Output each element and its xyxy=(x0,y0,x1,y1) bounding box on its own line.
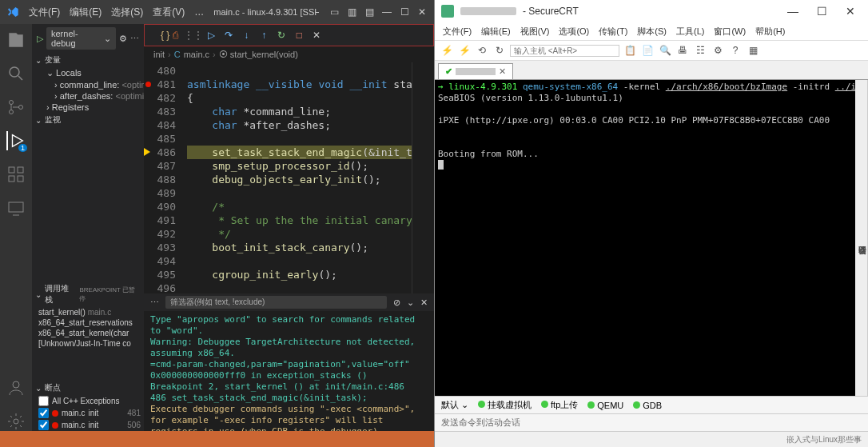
menu-selection[interactable]: 选择(S) xyxy=(111,6,143,19)
connect-icon[interactable]: ⚡ xyxy=(440,43,454,58)
more-icon[interactable]: ⋯ xyxy=(150,297,159,308)
menu-item[interactable]: 窗口(W) xyxy=(711,26,749,38)
disconnect-icon[interactable]: ⟲ xyxy=(475,43,489,58)
debug-icon[interactable] xyxy=(6,131,26,150)
svg-point-3 xyxy=(19,106,23,110)
menu-view[interactable]: 查看(V) xyxy=(153,6,185,19)
svg-point-0 xyxy=(10,67,19,77)
debug-more-icon[interactable]: ⋯ xyxy=(130,34,139,44)
callstack-frame[interactable]: start_kernel() main.c xyxy=(32,307,144,317)
sessions-icon[interactable]: ☷ xyxy=(693,43,707,58)
menu-item[interactable]: 工具(L) xyxy=(673,26,707,38)
variable-item[interactable]: › after_dashes: <optimiz… xyxy=(32,90,144,102)
status-dot-icon xyxy=(633,401,640,409)
restart-icon[interactable]: ↻ xyxy=(274,28,289,42)
clear-console-icon[interactable]: ⊘ xyxy=(393,297,400,308)
bp-checkbox[interactable] xyxy=(38,408,49,418)
maximize-icon[interactable]: ☐ xyxy=(810,5,833,18)
button-bar-item[interactable]: ftp上传 xyxy=(541,399,578,411)
breadcrumb-item[interactable]: init xyxy=(153,50,165,59)
close-icon[interactable]: ✕ xyxy=(416,6,428,18)
help-icon[interactable]: ? xyxy=(728,43,743,58)
debug-config-dropdown[interactable]: kernel-debug ⌄ xyxy=(46,27,116,50)
debug-settings-icon[interactable]: ⚙ xyxy=(119,34,127,44)
minimap[interactable] xyxy=(412,62,434,293)
start-debug-icon[interactable]: ▷ xyxy=(37,34,43,44)
debug-drag-icon[interactable]: ⋮⋮ xyxy=(186,28,201,42)
svg-point-9 xyxy=(13,381,19,388)
breadcrumb[interactable]: init› C main.c› ⦿ start_kernel(void) xyxy=(144,46,434,62)
copy-icon[interactable]: 📋 xyxy=(623,43,637,58)
chevron-down-icon[interactable]: ⌄ xyxy=(407,297,414,308)
menu-file[interactable]: 文件(F) xyxy=(29,6,60,19)
menu-item[interactable]: 脚本(S) xyxy=(634,26,670,38)
explorer-icon[interactable] xyxy=(6,30,26,50)
locals-group[interactable]: ⌄ Locals xyxy=(32,67,144,79)
menu-item[interactable]: 文件(F) xyxy=(440,26,475,38)
code-editor[interactable]: 4804814824834844854864874884894904914924… xyxy=(144,62,434,293)
layout-side-icon[interactable]: ▤ xyxy=(364,6,375,18)
menu-item[interactable]: 选项(O) xyxy=(555,26,592,38)
breakpoints-section[interactable]: ⌄断点 xyxy=(32,381,144,395)
breadcrumb-item[interactable]: main.c xyxy=(184,50,209,59)
breakpoint-item[interactable]: main.c init506 xyxy=(32,419,144,431)
callstack-frame[interactable]: x86_64_start_kernel(char xyxy=(32,328,144,338)
find-icon[interactable]: 🔍 xyxy=(658,43,672,58)
quick-connect-icon[interactable]: ⚡ xyxy=(457,43,472,58)
host-input[interactable] xyxy=(510,45,619,57)
breakpoint-item[interactable]: main.c init481 xyxy=(32,407,144,419)
close-panel-icon[interactable]: ✕ xyxy=(420,297,428,308)
stop-icon[interactable]: □ xyxy=(292,28,306,42)
command-bar[interactable]: 发送命令到活动会话 xyxy=(435,413,868,431)
button-bar-item[interactable]: 挂载虚拟机 xyxy=(478,399,532,411)
menu-more[interactable]: … xyxy=(194,6,204,18)
bp-checkbox[interactable] xyxy=(38,420,49,430)
menu-item[interactable]: 帮助(H) xyxy=(752,26,788,38)
menu-edit[interactable]: 编辑(E) xyxy=(70,6,102,19)
button-bar-item[interactable]: 默认 ⌄ xyxy=(441,399,468,411)
minimize-icon[interactable]: — xyxy=(381,6,392,18)
step-into-icon[interactable]: ↓ xyxy=(239,28,253,42)
minimize-icon[interactable]: — xyxy=(782,5,804,18)
step-over-icon[interactable]: ↷ xyxy=(221,28,236,42)
session-tab[interactable]: ✔ ✕ xyxy=(438,63,513,79)
account-icon[interactable] xyxy=(6,378,26,397)
bp-all-exceptions[interactable]: All C++ Exceptions xyxy=(32,395,144,407)
button-bar-item[interactable]: QEMU xyxy=(587,401,623,410)
continue-icon[interactable]: ▷ xyxy=(204,28,218,42)
extensions-icon[interactable] xyxy=(6,165,26,184)
callstack-frame[interactable]: x86_64_start_reservations xyxy=(32,317,144,328)
registers-group[interactable]: › Registers xyxy=(32,102,144,113)
layout-panel-icon[interactable]: ▥ xyxy=(346,6,357,18)
tile-icon[interactable]: ▦ xyxy=(746,43,760,58)
debug-console[interactable]: Type "apropos word" to search for comman… xyxy=(144,311,434,431)
menu-item[interactable]: 传输(T) xyxy=(595,26,631,38)
console-filter-input[interactable]: 筛选器(例如 text, !exclude) xyxy=(165,296,387,309)
paste-icon[interactable]: 📄 xyxy=(640,43,655,58)
close-tab-icon[interactable]: ✕ xyxy=(499,66,506,77)
step-out-icon[interactable]: ↑ xyxy=(257,28,271,42)
source-control-icon[interactable] xyxy=(6,98,26,117)
menu-item[interactable]: 编辑(E) xyxy=(478,26,514,38)
bp-checkbox[interactable] xyxy=(38,396,49,406)
maximize-icon[interactable]: ☐ xyxy=(399,6,410,18)
settings-gear-icon[interactable] xyxy=(6,412,26,431)
variable-item[interactable]: › command_line: <optimiz… xyxy=(32,79,144,90)
callstack-frame[interactable]: [Unknown/Just-In-Time co xyxy=(32,338,144,349)
callstack-section[interactable]: ⌄调用堆栈 BREAKPOINT 已暂停 xyxy=(32,281,144,307)
terminal[interactable]: → linux-4.9.301 qemu-system-x86_64 -kern… xyxy=(435,80,855,396)
layout-toggle-icon[interactable]: ▭ xyxy=(328,6,340,18)
variables-section[interactable]: ⌄变量 xyxy=(32,53,144,67)
breadcrumb-item[interactable]: ⦿ start_kernel(void) xyxy=(219,50,298,59)
search-icon[interactable] xyxy=(6,64,26,83)
close-debug-icon[interactable]: ✕ xyxy=(309,28,324,42)
session-manager-label[interactable]: 会话管理器 xyxy=(855,80,868,396)
print-icon[interactable]: 🖶 xyxy=(675,43,690,58)
options-icon[interactable]: ⚙ xyxy=(711,43,725,58)
close-icon[interactable]: ✕ xyxy=(839,5,862,18)
button-bar-item[interactable]: GDB xyxy=(633,401,662,410)
watches-section[interactable]: ⌄监视 xyxy=(32,113,144,127)
reconnect-icon[interactable]: ↻ xyxy=(492,43,507,58)
remote-icon[interactable] xyxy=(6,198,26,218)
menu-item[interactable]: 视图(V) xyxy=(517,26,553,38)
